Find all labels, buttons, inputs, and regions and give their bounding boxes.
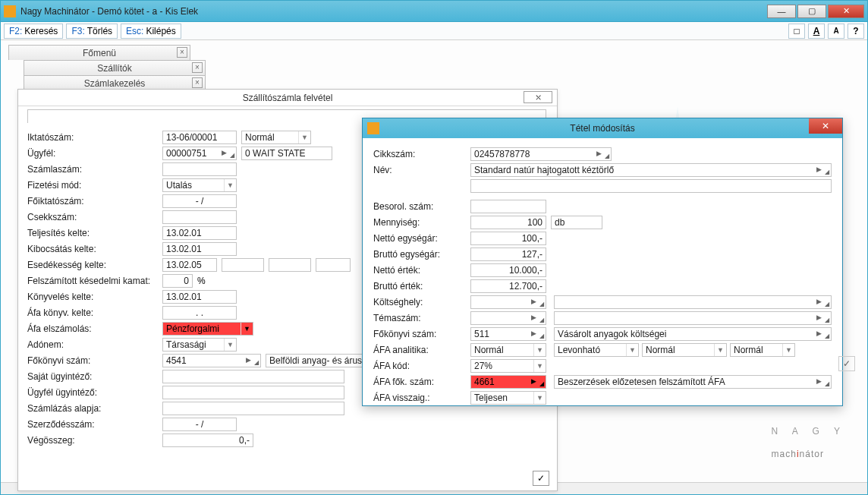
m-fokonyv-desc[interactable]: Vásárolt anyagok költségei▶◢ (554, 327, 832, 341)
corner-icon: ◢ (539, 317, 544, 323)
layout-icon[interactable]: □ (788, 24, 805, 39)
nettoert-input[interactable]: 10.000,- (470, 263, 546, 277)
window-title: Nagy Machinátor - Demó kötet - a - Kis E… (20, 6, 767, 17)
corner-icon: ◢ (825, 169, 829, 175)
m-fokonyv-input[interactable]: 511▶◢ (470, 327, 546, 341)
label-cikkszam: Cikkszám: (373, 149, 470, 159)
arrow-right-icon: ▶ (816, 314, 822, 321)
arrow-right-icon: ▶ (531, 329, 536, 337)
tab-close-icon[interactable]: × (192, 77, 203, 88)
sajatugy-input[interactable] (162, 370, 344, 383)
teljesites-input[interactable]: 13.02.01 (162, 226, 237, 240)
unit-input[interactable]: db (551, 216, 602, 229)
arrow-right-icon: ▶ (531, 377, 536, 385)
bruttoegy-input[interactable]: 127,- (470, 247, 546, 261)
label-afakod: ÁFA kód: (373, 361, 470, 371)
csekk-input[interactable] (162, 210, 237, 224)
corner-icon: ◢ (539, 333, 544, 339)
label-konyveles: Könyvelés kelte: (27, 292, 162, 302)
confirm-button[interactable]: ✓ (533, 471, 549, 486)
esedekesseg2-input[interactable] (222, 258, 264, 272)
nettoegy-input[interactable]: 100,- (470, 232, 546, 245)
tema-input[interactable]: ▶◢ (470, 311, 546, 325)
close-button[interactable]: ✕ (828, 5, 864, 18)
label-bruttoegy: Bruttó egységár: (373, 249, 470, 260)
help-icon[interactable]: ? (848, 24, 864, 39)
label-kibocsatas: Kibocsátás kelte: (27, 244, 162, 254)
esc-exit-button[interactable]: Esc:Kilépés (121, 24, 181, 39)
szerzodes-input[interactable]: - / (162, 418, 237, 431)
corner-icon: ◢ (825, 333, 829, 339)
minimize-button[interactable]: ― (767, 5, 796, 18)
adonem-combo[interactable]: Társasági▼ (162, 338, 237, 352)
koltseg-input[interactable]: ▶◢ (470, 295, 546, 309)
main-window: Nagy Machinátor - Demó kötet - a - Kis E… (0, 0, 868, 495)
label-teljesites: Teljesítés kelte: (27, 228, 162, 238)
afaanal4-combo[interactable]: Normál▼ (730, 343, 795, 357)
arrow-right-icon: ▶ (816, 166, 822, 173)
tema-desc[interactable]: ▶◢ (554, 311, 832, 325)
label-szlalap: Számlázás alapja: (27, 403, 162, 414)
vegosszeg-input[interactable]: 0,- (162, 434, 253, 447)
foiktato-input[interactable]: - / (162, 194, 237, 208)
afafok-input[interactable]: 4661▶◢ (470, 375, 546, 389)
esedekesseg-input[interactable]: 13.02.05 (162, 258, 217, 272)
koltseg-desc[interactable]: ▶◢ (554, 295, 832, 309)
arrow-right-icon: ▶ (816, 377, 822, 385)
corner-icon: ◢ (230, 152, 234, 159)
dialog-close-button[interactable]: ✕ (809, 118, 842, 134)
corner-icon: ◢ (254, 359, 259, 366)
corner-icon: ◢ (539, 380, 544, 387)
maximize-button[interactable]: ▢ (797, 5, 826, 18)
label-bruttoert: Bruttó érték: (373, 281, 470, 292)
ugyfel-name-input[interactable]: 0 WAIT STATE (241, 147, 332, 160)
szlalap-input[interactable] (162, 402, 344, 415)
afakonyv-input[interactable]: . . (162, 306, 237, 320)
ugyfelugy-input[interactable] (162, 386, 344, 399)
bruttoert-input[interactable]: 12.700,- (470, 279, 546, 293)
tab-szallitok[interactable]: Szállítók× (24, 60, 206, 75)
label-afaanal: ÁFA analitika: (373, 345, 470, 355)
iktatoszam-input[interactable]: 13-06/00001 (162, 131, 237, 144)
brand-logo: N A G Y machinátor (772, 426, 849, 464)
mennyiseg-input[interactable]: 100 (470, 216, 546, 229)
fokonyv-input[interactable]: 4541▶◢ (162, 354, 261, 367)
normal-combo[interactable]: Normál▼ (241, 131, 311, 144)
label-nettoert: Nettó érték: (373, 265, 470, 276)
label-afakonyv: Áfa könyv. kelte: (27, 307, 162, 318)
f3-delete-button[interactable]: F3:Törlés (66, 24, 118, 39)
tab-szamlakezeles[interactable]: Számlakezelés× (24, 75, 206, 90)
konyveles-input[interactable]: 13.02.01 (162, 290, 237, 304)
bg-confirm-button[interactable]: ✓ (838, 356, 855, 371)
font-small-icon[interactable]: A (828, 24, 844, 39)
tab-close-icon[interactable]: × (177, 47, 187, 58)
afaelsz-combo[interactable]: Pénzforgalmi▼ (162, 322, 253, 336)
afavissz-combo[interactable]: Teljesen▼ (470, 391, 546, 405)
afaanal3-combo[interactable]: Normál▼ (642, 343, 727, 357)
fizmod-combo[interactable]: Utalás▼ (162, 178, 237, 192)
arrow-right-icon: ▶ (531, 314, 536, 321)
form-close-icon[interactable]: ⤬ (524, 91, 552, 103)
besorol-input[interactable] (470, 200, 546, 213)
nev2-input[interactable] (470, 179, 832, 193)
tab-close-icon[interactable]: × (192, 62, 203, 73)
label-kesedelmi: Felszámított késedelmi kamat: (27, 276, 162, 286)
nev-input[interactable]: Standard natúr hajtogatott kéztörlő▶◢ (470, 163, 832, 177)
szamlaszam-input[interactable] (162, 162, 237, 176)
font-big-icon[interactable]: A (808, 24, 825, 39)
esedekesseg4-input[interactable] (316, 258, 351, 272)
esedekesseg3-input[interactable] (269, 258, 311, 272)
kesedelmi-input[interactable]: 0 (162, 274, 193, 288)
afafok-desc[interactable]: Beszerzések előzetesen felszámított ÁFA▶… (554, 375, 832, 389)
ugyfel-code-input[interactable]: 00000751▶◢ (162, 147, 237, 160)
afakod-combo[interactable]: 27%▼ (470, 359, 546, 373)
corner-icon: ◢ (825, 380, 829, 387)
f2-search-button[interactable]: F2:Keresés (4, 24, 63, 39)
label-afafok: ÁFA fők. szám: (373, 377, 470, 387)
cikkszam-input[interactable]: 02457878778▶◢ (470, 147, 612, 161)
kibocsatas-input[interactable]: 13.02.01 (162, 242, 237, 256)
afaanal-combo[interactable]: Normál▼ (470, 343, 546, 357)
afaanal2-combo[interactable]: Levonható▼ (554, 343, 639, 357)
tab-fomenu[interactable]: Főmenü× (8, 45, 190, 60)
label-foiktato: Főiktatószám: (27, 196, 162, 207)
